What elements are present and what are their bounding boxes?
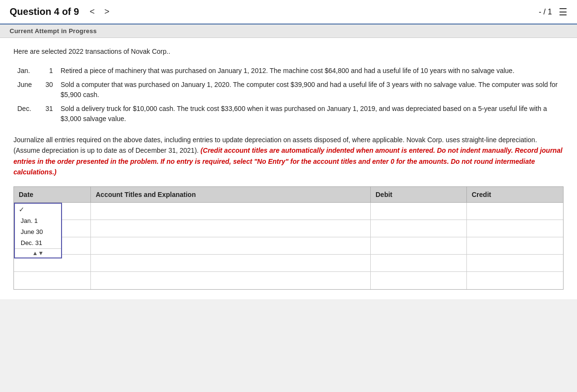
tx-day: 1 [38,64,57,78]
date-dropdown[interactable]: ✓ Jan. 1 June 30 Dec. 31 ▲▼ [14,203,62,258]
credit-input-4[interactable] [470,258,560,268]
journal-row-4 [14,255,563,272]
attempt-bar-label: Current Attempt in Progress [10,27,97,35]
credit-cell-3[interactable] [467,237,563,254]
transaction-row: Dec. 31 Sold a delivery truck for $10,00… [13,102,564,126]
debit-cell-5[interactable] [371,272,467,289]
date-cell-1[interactable]: ✓ Jan. 1 June 30 Dec. 31 ▲▼ [14,203,91,220]
menu-icon[interactable]: ☰ [559,6,567,18]
credit-cell-2[interactable] [467,220,563,237]
question-label: Question 4 of 9 [10,6,79,17]
dropdown-arrows[interactable]: ▲▼ [15,248,61,257]
account-cell-4[interactable] [91,255,371,271]
debit-input-4[interactable] [374,258,464,268]
question-body: Here are selected 2022 transactions of N… [0,38,577,299]
transaction-row: June 30 Sold a computer that was purchas… [13,78,564,102]
account-input-1[interactable] [94,207,367,216]
debit-cell-1[interactable] [371,203,467,220]
tx-description: Sold a delivery truck for $10,000 cash. … [57,102,564,126]
date-cell-5[interactable] [14,272,91,289]
prev-question-button[interactable]: < [87,6,98,18]
col-date: Date [14,187,91,202]
debit-cell-2[interactable] [371,220,467,237]
credit-cell-4[interactable] [467,255,563,271]
instructions: Journalize all entries required on the a… [13,135,564,178]
debit-input-1[interactable] [374,207,464,216]
transactions-table: Jan. 1 Retired a piece of machinery that… [13,64,564,126]
journal-header: Date Account Titles and Explanation Debi… [14,187,563,203]
account-input-2[interactable] [94,224,367,233]
tx-month: Dec. [13,102,38,126]
tx-description: Sold a computer that was purchased on Ja… [57,78,564,102]
nav-arrows: < > [87,6,112,18]
date-input-5[interactable] [17,276,88,285]
debit-input-2[interactable] [374,224,464,233]
dropdown-item-jan1[interactable]: Jan. 1 [15,215,61,226]
dropdown-item-dec31[interactable]: Dec. 31 [15,237,61,248]
credit-input-1[interactable] [470,207,560,216]
score-label: - / 1 [539,8,552,16]
journal-table: Date Account Titles and Explanation Debi… [13,186,564,290]
tx-description: Retired a piece of machinery that was pu… [57,64,564,78]
attempt-bar: Current Attempt in Progress [0,24,577,38]
journal-row-5 [14,272,563,289]
next-question-button[interactable]: > [101,6,113,18]
col-credit: Credit [467,187,563,202]
credit-cell-1[interactable] [467,203,563,220]
account-cell-5[interactable] [91,272,371,289]
debit-cell-3[interactable] [371,237,467,254]
top-bar: Question 4 of 9 < > - / 1 ☰ [0,0,577,24]
debit-cell-4[interactable] [371,255,467,271]
account-cell-2[interactable] [91,220,371,237]
tx-day: 30 [38,78,57,102]
account-cell-1[interactable] [91,203,371,220]
col-account: Account Titles and Explanation [91,187,371,202]
journal-row-3 [14,237,563,255]
intro-text: Here are selected 2022 transactions of N… [13,48,564,55]
credit-cell-5[interactable] [467,272,563,289]
account-input-3[interactable] [94,241,367,250]
account-input-4[interactable] [94,258,367,268]
date-input-4[interactable] [17,258,88,268]
top-bar-right: - / 1 ☰ [539,6,567,18]
tx-month: June [13,78,38,102]
dropdown-item-june30[interactable]: June 30 [15,226,61,237]
transaction-row: Jan. 1 Retired a piece of machinery that… [13,64,564,78]
top-bar-left: Question 4 of 9 < > [10,6,113,18]
credit-input-5[interactable] [470,276,560,285]
account-cell-3[interactable] [91,237,371,254]
journal-row-1: ✓ Jan. 1 June 30 Dec. 31 ▲▼ [14,203,563,220]
col-debit: Debit [371,187,467,202]
dropdown-checkmark: ✓ [15,204,61,215]
credit-input-3[interactable] [470,241,560,250]
tx-month: Jan. [13,64,38,78]
credit-input-2[interactable] [470,224,560,233]
debit-input-5[interactable] [374,276,464,285]
journal-row-2 [14,220,563,237]
debit-input-3[interactable] [374,241,464,250]
account-input-5[interactable] [94,276,367,285]
tx-day: 31 [38,102,57,126]
